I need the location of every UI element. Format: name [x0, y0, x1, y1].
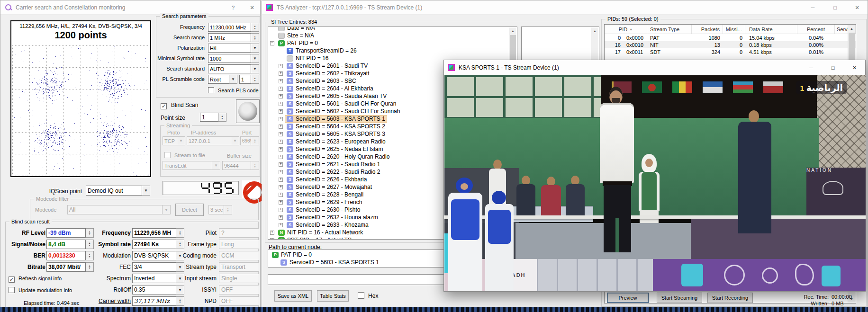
close-button[interactable]: ✕ — [245, 0, 259, 15]
refresh-signal-checkbox[interactable]: ✓ — [9, 276, 15, 283]
polarization-select[interactable]: H/L▼ — [208, 44, 259, 53]
expand-toggle[interactable]: + — [279, 162, 283, 167]
path-item-label: ServiceID = 5603 - KSA SPORTS 1 — [289, 259, 379, 266]
minimize-button[interactable]: ─ — [802, 0, 824, 15]
pid-row[interactable]: 00x0000 PAT 1080 0 15.04 kbps 0.04% — [605, 34, 856, 41]
min-symbol-rate-select[interactable]: 1000▼ — [208, 54, 259, 63]
maximize-button[interactable]: □ — [824, 0, 846, 15]
expand-toggle[interactable]: + — [279, 178, 283, 182]
path-item-icon: P — [272, 252, 279, 258]
expand-toggle[interactable]: + — [279, 140, 283, 144]
pids-table-header[interactable]: PID▲ Stream Type Packets Missi... Data R… — [605, 25, 856, 34]
tree-item[interactable]: − P PAT PID = 0 — [268, 39, 517, 47]
tree-item-icon: T — [287, 48, 293, 54]
tree-item-icon: S — [287, 86, 293, 92]
hex-checkbox[interactable] — [358, 292, 364, 299]
update-modulation-checkbox[interactable] — [9, 287, 15, 293]
official-figure — [515, 176, 536, 216]
modcode-select: All▼ — [67, 205, 171, 214]
expand-toggle[interactable]: + — [279, 109, 283, 114]
tree-item[interactable]: Date = N/A — [268, 27, 517, 32]
stream-type-label: Stream type — [176, 264, 217, 270]
tree-item-icon: S — [287, 124, 293, 130]
scroll-up-icon[interactable]: ▲ — [509, 27, 516, 35]
expand-toggle[interactable]: + — [279, 185, 283, 189]
start-streaming-button[interactable]: Start Streaming — [657, 293, 702, 303]
expand-toggle[interactable]: + — [279, 193, 283, 197]
input-stream-label: Input stream — [176, 275, 217, 282]
group-legend: Streaming — [164, 123, 192, 128]
tree-item-label: ServiceID = 2621 - Saudi Radio 1 — [296, 161, 380, 168]
iqscan-select[interactable]: Demod IQ out▼ — [86, 186, 150, 196]
minimize-button[interactable]: ─ — [800, 60, 822, 75]
coding-mode-label: Coding mode — [176, 252, 217, 259]
tree-item[interactable]: Size = N/A — [268, 32, 517, 39]
expand-toggle[interactable]: + — [279, 155, 283, 159]
spinner: ▲▼ — [251, 75, 259, 84]
magnifier-icon — [5, 4, 12, 11]
maximize-button[interactable]: □ — [822, 60, 844, 75]
help-button[interactable]: ? — [227, 0, 239, 15]
blind-scan-checkbox[interactable]: ✓ — [161, 103, 167, 109]
tree-item-icon: S — [287, 214, 293, 221]
start-recording-button[interactable]: Start Recording — [707, 293, 753, 303]
search-standard-select[interactable]: AUTO▼ — [208, 64, 259, 73]
expand-toggle[interactable]: + — [270, 231, 274, 235]
search-range-input[interactable]: 1 MHz▲▼ — [208, 33, 259, 42]
tree-item-label: ServiceID = 2601 - Saudi TV — [296, 62, 368, 69]
expand-toggle[interactable]: + — [279, 117, 283, 121]
expand-toggle[interactable]: + — [279, 170, 283, 174]
frequency-input[interactable]: 11230,000 MHz▲▼ — [208, 23, 259, 32]
dropdown-arrow: ▼ — [229, 75, 237, 84]
pid-row[interactable]: 170x0011 SDT 324 0 4.51 kbps 0.01% — [605, 48, 856, 55]
tree-item-icon: S — [287, 131, 293, 137]
scroll-up-icon[interactable]: ▲ — [848, 25, 855, 32]
scroll-up-icon[interactable]: ▲ — [591, 27, 598, 35]
globe-button[interactable] — [236, 99, 260, 123]
expand-toggle[interactable]: + — [279, 87, 283, 91]
tree-item-icon: S — [287, 154, 293, 160]
close-button[interactable]: ✕ — [844, 60, 865, 75]
table-stats-button[interactable]: Table Stats — [317, 290, 349, 302]
search-pls-checkbox[interactable] — [208, 87, 214, 93]
col-missing: Missi... — [723, 25, 745, 34]
preview-button[interactable]: Preview — [607, 293, 649, 303]
window-title: KSA SPORTS 1 - TS Stream Device (1) — [459, 64, 559, 71]
pl-scramble-value[interactable]: 1▲▼ — [239, 75, 259, 84]
pl-scramble-label: PL Scramble code — [157, 76, 205, 82]
point-size-input[interactable]: 1▲▼ — [200, 113, 226, 122]
expand-toggle[interactable]: + — [279, 64, 283, 68]
expand-toggle[interactable]: + — [279, 132, 283, 136]
tree-item-label: ServiceID = 5605 - KSA SPORTS 3 — [296, 131, 385, 137]
dropdown-arrow: ▼ — [142, 186, 150, 196]
buffer-size-label: Buffer size — [227, 153, 252, 159]
expand-toggle[interactable]: + — [279, 147, 283, 152]
pid-row[interactable]: 160x0010 NIT 13 0 0.18 kbps 0.00% — [605, 41, 856, 48]
carrier-width-label[interactable]: Carrier width — [81, 298, 131, 304]
expand-toggle[interactable]: + — [279, 94, 283, 98]
expand-toggle[interactable]: + — [279, 208, 283, 212]
expand-toggle[interactable]: + — [279, 223, 283, 227]
tree-item-label: ServiceID = 2633 - Khozama — [296, 222, 369, 228]
point-size-label: Point size — [161, 115, 185, 121]
expand-toggle[interactable]: + — [279, 125, 283, 129]
pilot-label: Pilot — [176, 230, 217, 236]
pl-scramble-select[interactable]: Root▼ — [208, 75, 237, 84]
npd-label: NPD — [176, 298, 217, 304]
save-as-xml-button[interactable]: Save as XML — [274, 290, 312, 302]
tree-item[interactable]: T TransportStreamID = 26 — [268, 47, 517, 54]
expand-toggle[interactable]: + — [279, 71, 283, 76]
frame-type-label: Frame type — [176, 241, 217, 248]
group-legend: Modcode filter — [34, 196, 71, 202]
expand-toggle[interactable]: + — [270, 238, 274, 240]
expand-toggle[interactable]: + — [279, 200, 283, 205]
expand-toggle[interactable]: + — [279, 215, 283, 220]
stop-icon[interactable] — [242, 180, 260, 198]
expand-toggle[interactable]: + — [279, 102, 283, 106]
expand-toggle[interactable]: − — [270, 41, 274, 45]
tree-item-label: ServiceID = 2623 - European Radio — [296, 138, 386, 145]
close-button[interactable]: ✕ — [846, 0, 868, 15]
tree-item-label: Date = N/A — [287, 27, 315, 31]
sort-asc-icon: ▲ — [629, 27, 633, 31]
expand-toggle[interactable]: + — [279, 79, 283, 83]
